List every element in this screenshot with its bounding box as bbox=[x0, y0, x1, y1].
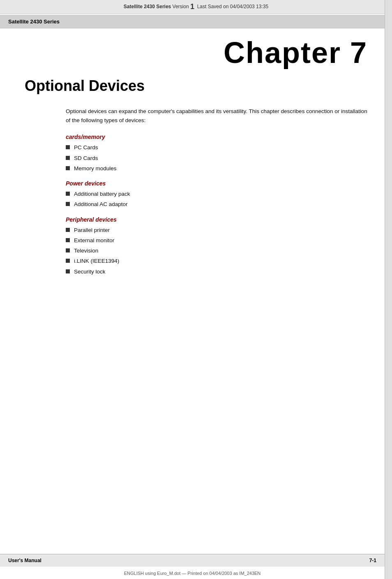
list-item: External monitor bbox=[66, 236, 367, 245]
bullet-icon bbox=[66, 192, 70, 196]
item-label: PC Cards bbox=[74, 144, 98, 152]
bullet-icon bbox=[66, 228, 70, 232]
page-footer: User's Manual 7-1 bbox=[0, 554, 385, 567]
list-item: SD Cards bbox=[66, 154, 367, 162]
bullet-icon bbox=[66, 145, 70, 149]
bullet-icon bbox=[66, 248, 70, 252]
list-item: Additional battery pack bbox=[66, 190, 367, 198]
list-peripheral-devices: Parallel printer External monitor Televi… bbox=[66, 226, 367, 276]
category-heading-peripheral: Peripheral devices bbox=[66, 216, 367, 223]
bullet-icon bbox=[66, 166, 70, 170]
bullet-icon bbox=[66, 238, 70, 242]
main-content: Optional Devices Optional devices can ex… bbox=[0, 73, 392, 292]
bullet-icon bbox=[66, 156, 70, 160]
chapter-title: Chapter 7 bbox=[12, 37, 367, 69]
item-label: External monitor bbox=[74, 236, 114, 245]
list-item: Security lock bbox=[66, 268, 367, 276]
list-item: Television bbox=[66, 247, 367, 255]
list-item: Parallel printer bbox=[66, 226, 367, 234]
category-heading-power: Power devices bbox=[66, 180, 367, 187]
item-label: Parallel printer bbox=[74, 226, 110, 234]
category-heading-cards: cards/memory bbox=[66, 134, 367, 140]
item-label: Additional AC adaptor bbox=[74, 200, 128, 208]
item-label: i.LINK (IEEE1394) bbox=[74, 257, 119, 265]
page-wrapper: Satellite 2430 Series Version 1 Last Sav… bbox=[0, 0, 392, 579]
page-title: Optional Devices bbox=[25, 77, 367, 95]
item-label: Security lock bbox=[74, 268, 106, 276]
chapter-area: Chapter 7 bbox=[0, 28, 392, 73]
item-label: Memory modules bbox=[74, 164, 117, 173]
right-border bbox=[385, 0, 392, 579]
section-header: Satellite 2430 Series bbox=[0, 15, 392, 28]
bottom-note: ENGLISH using Euro_M.dot — Printed on 04… bbox=[0, 571, 385, 576]
item-label: Television bbox=[74, 247, 98, 255]
header-series: Satellite 2430 Series bbox=[124, 4, 171, 9]
category-cards-memory: cards/memory PC Cards SD Cards Memory mo… bbox=[66, 134, 367, 173]
category-peripheral-devices: Peripheral devices Parallel printer Exte… bbox=[66, 216, 367, 276]
category-power-devices: Power devices Additional battery pack Ad… bbox=[66, 180, 367, 209]
list-power-devices: Additional battery pack Additional AC ad… bbox=[66, 190, 367, 209]
section-header-label: Satellite 2430 Series bbox=[8, 19, 60, 25]
list-item: PC Cards bbox=[66, 144, 367, 152]
bullet-icon bbox=[66, 269, 70, 273]
list-item: Additional AC adaptor bbox=[66, 200, 367, 208]
list-cards-memory: PC Cards SD Cards Memory modules bbox=[66, 144, 367, 173]
bullet-icon bbox=[66, 202, 70, 206]
list-item: Memory modules bbox=[66, 164, 367, 173]
item-label: Additional battery pack bbox=[74, 190, 130, 198]
bullet-icon bbox=[66, 259, 70, 263]
footer-left: User's Manual bbox=[8, 558, 42, 563]
footer-right: 7-1 bbox=[369, 558, 376, 563]
intro-text: Optional devices can expand the computer… bbox=[66, 107, 367, 125]
list-item: i.LINK (IEEE1394) bbox=[66, 257, 367, 265]
top-header: Satellite 2430 Series Version 1 Last Sav… bbox=[0, 0, 392, 14]
item-label: SD Cards bbox=[74, 154, 98, 162]
